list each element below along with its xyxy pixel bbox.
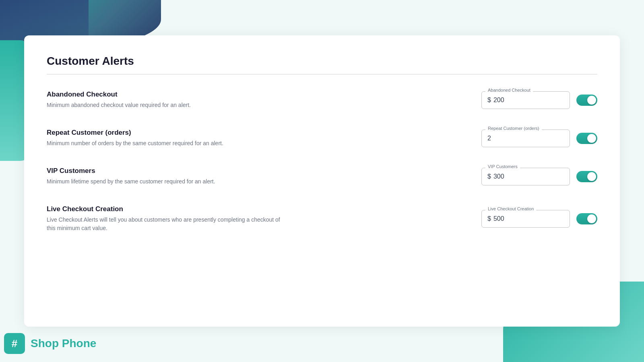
alert-control-abandoned-checkout: Abandoned Checkout $ 200 bbox=[481, 91, 597, 109]
alert-desc-abandoned-checkout: Minimum abandoned checkout value require… bbox=[47, 101, 288, 109]
toggle-repeat-customer[interactable] bbox=[576, 133, 597, 144]
alert-control-vip-customers: VIP Customers $ 300 bbox=[481, 168, 597, 185]
alert-info-live-checkout: Live Checkout Creation Live Checkout Ale… bbox=[47, 205, 481, 232]
alert-control-live-checkout: Live Checkout Creation $ 500 bbox=[481, 210, 597, 228]
field-value-abandoned-checkout: 200 bbox=[493, 97, 504, 104]
alert-title-repeat-customer: Repeat Customer (orders) bbox=[47, 129, 481, 137]
branding-bar: # Shop Phone bbox=[4, 333, 96, 354]
fieldset-input-vip-customers[interactable]: VIP Customers $ 300 bbox=[481, 168, 570, 185]
field-label-live-checkout: Live Checkout Creation bbox=[485, 206, 536, 211]
toggle-abandoned-checkout[interactable] bbox=[576, 95, 597, 106]
toggle-live-checkout[interactable] bbox=[576, 213, 597, 224]
brand-name: Shop Phone bbox=[31, 337, 96, 350]
title-divider bbox=[47, 74, 597, 74]
field-value-vip-customers: 300 bbox=[493, 173, 504, 180]
alert-title-vip-customers: VIP Customers bbox=[47, 167, 481, 175]
field-value-repeat-customer: 2 bbox=[487, 135, 491, 142]
page-title: Customer Alerts bbox=[47, 55, 597, 68]
toggle-vip-customers[interactable] bbox=[576, 171, 597, 182]
input-box-repeat-customer[interactable]: 2 bbox=[481, 130, 570, 147]
fieldset-input-live-checkout[interactable]: Live Checkout Creation $ 500 bbox=[481, 210, 570, 228]
brand-icon: # bbox=[4, 333, 25, 354]
alert-row-live-checkout: Live Checkout Creation Live Checkout Ale… bbox=[47, 205, 597, 232]
alert-info-abandoned-checkout: Abandoned Checkout Minimum abandoned che… bbox=[47, 90, 481, 109]
field-label-vip-customers: VIP Customers bbox=[485, 164, 520, 169]
alert-row-vip-customers: VIP Customers Minimum lifetime spend by … bbox=[47, 167, 597, 186]
main-card: Customer Alerts Abandoned Checkout Minim… bbox=[24, 35, 620, 327]
alert-desc-vip-customers: Minimum lifetime spend by the same custo… bbox=[47, 177, 288, 186]
field-value-live-checkout: 500 bbox=[493, 215, 504, 222]
currency-symbol-abandoned-checkout: $ bbox=[487, 97, 491, 104]
alert-title-live-checkout: Live Checkout Creation bbox=[47, 205, 481, 213]
currency-symbol-live-checkout: $ bbox=[487, 215, 491, 222]
field-label-abandoned-checkout: Abandoned Checkout bbox=[485, 88, 533, 93]
alert-row-abandoned-checkout: Abandoned Checkout Minimum abandoned che… bbox=[47, 90, 597, 109]
input-box-live-checkout[interactable]: $ 500 bbox=[481, 210, 570, 228]
fieldset-input-abandoned-checkout[interactable]: Abandoned Checkout $ 200 bbox=[481, 91, 570, 109]
alert-desc-repeat-customer: Minimum number of orders by the same cus… bbox=[47, 139, 288, 148]
input-box-vip-customers[interactable]: $ 300 bbox=[481, 168, 570, 185]
fieldset-input-repeat-customer[interactable]: Repeat Customer (orders) 2 bbox=[481, 130, 570, 147]
field-label-repeat-customer: Repeat Customer (orders) bbox=[485, 126, 542, 131]
alert-desc-live-checkout: Live Checkout Alerts will tell you about… bbox=[47, 216, 288, 232]
currency-symbol-vip-customers: $ bbox=[487, 173, 491, 180]
alerts-container: Abandoned Checkout Minimum abandoned che… bbox=[47, 90, 597, 232]
alert-info-repeat-customer: Repeat Customer (orders) Minimum number … bbox=[47, 129, 481, 148]
alert-title-abandoned-checkout: Abandoned Checkout bbox=[47, 90, 481, 99]
alert-control-repeat-customer: Repeat Customer (orders) 2 bbox=[481, 130, 597, 147]
input-box-abandoned-checkout[interactable]: $ 200 bbox=[481, 91, 570, 109]
alert-info-vip-customers: VIP Customers Minimum lifetime spend by … bbox=[47, 167, 481, 186]
alert-row-repeat-customer: Repeat Customer (orders) Minimum number … bbox=[47, 129, 597, 148]
